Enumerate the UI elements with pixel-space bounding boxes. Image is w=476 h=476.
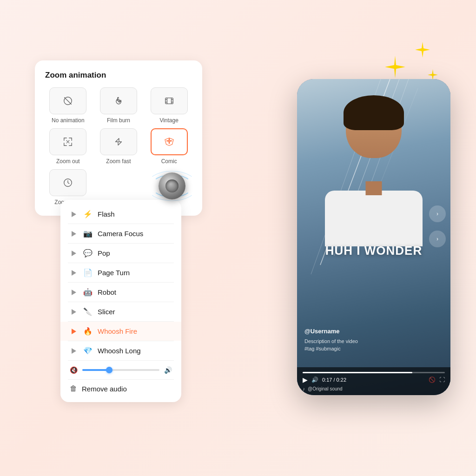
speaker-visual — [144, 158, 200, 214]
zoom-btn-film-burn[interactable] — [100, 87, 137, 114]
robot-name: Robot — [98, 288, 116, 296]
sound-item-camera-focus[interactable]: 📷 Camera Focus — [60, 224, 181, 243]
phone-shell: HUH I WONDER › › @Username Description o… — [297, 79, 450, 395]
zoom-item-film-burn: Film burn — [96, 87, 142, 124]
play-slicer[interactable] — [70, 308, 78, 316]
play-icon-flash — [72, 212, 76, 217]
description: Description of the video — [304, 338, 358, 344]
fullscreen-btn[interactable]: ⛶ — [439, 377, 445, 383]
whoosh-fire-emoji: 🔥 — [83, 327, 93, 336]
svg-rect-2 — [165, 98, 173, 104]
volume-btn[interactable]: 🔊 — [311, 377, 318, 383]
zoom-item-zoom-out: Zoom out — [45, 128, 91, 165]
play-icon-pop — [72, 251, 76, 256]
zoom-btn-no-anim[interactable] — [49, 87, 86, 114]
progress-bar[interactable] — [303, 372, 445, 373]
sound-item-pop[interactable]: 💬 Pop — [60, 244, 181, 263]
person-placeholder — [325, 93, 423, 246]
music-label: @Original sound — [308, 386, 343, 391]
play-camera[interactable] — [70, 230, 78, 238]
chevron-right-icon: › — [436, 211, 438, 217]
flash-name: Flash — [98, 210, 115, 218]
zoom-btn-zoom-fast[interactable] — [100, 128, 137, 155]
remove-audio-label: Remove audio — [82, 385, 127, 393]
zoom-btn-comic[interactable] — [151, 128, 188, 155]
action-btn-2[interactable]: › — [429, 231, 446, 247]
zoom-item-zoom-fast: Zoom fast — [96, 128, 142, 165]
trash-icon: 🗑 — [70, 384, 77, 393]
play-icon-camera — [72, 231, 76, 237]
volume-thumb[interactable] — [106, 367, 112, 373]
controls-row: ▶ 🔊 0:17 / 0:22 🚫 ⛶ — [303, 376, 445, 383]
time-display: 0:17 / 0:22 — [322, 377, 425, 383]
volume-row: 🔇 🔊 — [60, 361, 181, 379]
zoom-out-icon — [63, 137, 73, 147]
play-whoosh-long[interactable] — [70, 347, 78, 355]
sound-item-page-turn[interactable]: 📄 Page Turn — [60, 263, 181, 282]
volume-slider[interactable] — [82, 369, 159, 371]
zoom-btn-vintage[interactable] — [151, 87, 188, 114]
zoom-slow-icon — [63, 178, 73, 188]
pop-name: Pop — [98, 249, 110, 257]
subtitle-text: HUH I WONDER — [325, 244, 422, 258]
zoom-label-vintage: Vintage — [159, 117, 178, 124]
action-btn-1[interactable]: › — [429, 205, 446, 222]
sound-panel: ⚡ Flash 📷 Camera Focus 💬 Pop 📄 Page Turn… — [60, 200, 181, 402]
zoom-fast-icon — [113, 137, 124, 147]
robot-emoji: 🤖 — [83, 288, 93, 297]
sound-item-whoosh-long[interactable]: 💎 Whoosh Long — [60, 341, 181, 360]
zoom-label-zoom-fast: Zoom fast — [106, 158, 131, 165]
video-controls: ▶ 🔊 0:17 / 0:22 🚫 ⛶ ♪ @Original sound — [297, 367, 450, 395]
play-robot[interactable] — [70, 288, 78, 297]
zoom-btn-zoom-out[interactable] — [49, 128, 86, 155]
music-note-icon: ♪ — [303, 386, 305, 391]
page-turn-name: Page Turn — [98, 269, 130, 277]
no-anim-icon — [63, 96, 73, 106]
sound-item-slicer[interactable]: 🔪 Slicer — [60, 302, 181, 321]
remove-audio-row[interactable]: 🗑 Remove audio — [60, 380, 181, 397]
vintage-icon — [164, 96, 174, 106]
volume-mute-icon: 🔇 — [70, 366, 78, 374]
play-icon-whoosh-fire — [72, 329, 76, 334]
username: @Username — [304, 328, 340, 335]
sound-item-robot[interactable]: 🤖 Robot — [60, 283, 181, 302]
volume-max-icon: 🔊 — [164, 366, 172, 374]
hashtags: #tag #submagic — [304, 346, 341, 351]
whoosh-long-emoji: 💎 — [83, 346, 93, 355]
zoom-label-no-anim: No animation — [52, 117, 85, 124]
flash-emoji: ⚡ — [83, 210, 93, 218]
play-icon-whoosh-long — [72, 348, 76, 354]
play-whoosh-fire[interactable] — [70, 327, 78, 336]
pop-emoji: 💬 — [83, 249, 93, 258]
progress-fill — [303, 372, 412, 373]
slicer-name: Slicer — [98, 308, 115, 316]
camera-name: Camera Focus — [98, 230, 143, 238]
zoom-item-vintage: Vintage — [146, 87, 192, 124]
side-actions: › › — [429, 205, 446, 247]
whoosh-fire-name: Whoosh Fire — [98, 327, 137, 335]
play-flash[interactable] — [70, 210, 78, 218]
play-icon-page-turn — [72, 270, 76, 276]
sparkle-large — [383, 55, 407, 80]
play-pop[interactable] — [70, 249, 78, 258]
play-page-turn[interactable] — [70, 269, 78, 277]
hide-btn[interactable]: 🚫 — [429, 377, 436, 383]
music-row: ♪ @Original sound — [303, 386, 445, 391]
whoosh-long-name: Whoosh Long — [98, 347, 141, 355]
play-icon-robot — [72, 290, 76, 295]
phone-mockup: HUH I WONDER › › @Username Description o… — [297, 79, 450, 395]
camera-emoji: 📷 — [83, 229, 93, 238]
phone-screen: HUH I WONDER › › @Username Description o… — [297, 79, 450, 395]
comic-icon — [164, 137, 174, 147]
svg-line-1 — [65, 98, 72, 105]
zoom-card-title: Zoom animation — [45, 71, 192, 80]
chevron-right-icon-2: › — [436, 236, 438, 242]
time-total: 0:22 — [337, 377, 346, 383]
sound-item-whoosh-fire[interactable]: 🔥 Whoosh Fire — [60, 322, 181, 341]
zoom-item-no-anim: No animation — [45, 87, 91, 124]
play-icon-slicer — [72, 309, 76, 315]
zoom-btn-zoom-slow[interactable] — [49, 169, 86, 196]
play-pause-btn[interactable]: ▶ — [303, 376, 308, 383]
slicer-emoji: 🔪 — [83, 307, 93, 316]
time-current: 0:17 — [322, 377, 332, 383]
